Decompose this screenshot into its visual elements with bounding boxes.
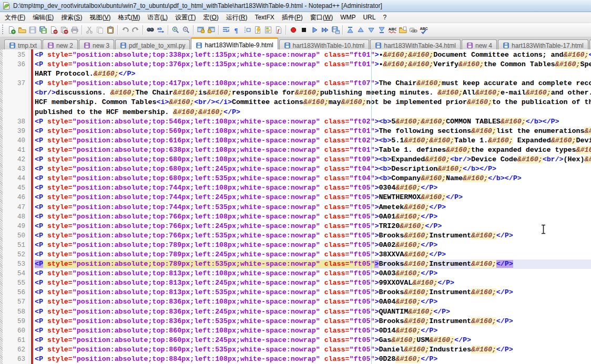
print-button[interactable] (69, 25, 80, 35)
cut-button[interactable] (84, 25, 95, 35)
doc-map-button[interactable] (263, 25, 273, 35)
code-line[interactable]: 47<P style="position:absolute;top:744px;… (0, 203, 591, 212)
code-text: <P style="position:absolute;top:860px;le… (35, 336, 591, 345)
word-wrap-button[interactable] (221, 25, 231, 35)
save-button[interactable] (27, 25, 38, 35)
code-line[interactable]: 36<P style="position:absolute;top:376px;… (0, 60, 591, 69)
toolbar-separator (218, 25, 219, 35)
nav-next-button[interactable] (366, 25, 376, 35)
nav-prev-button[interactable] (355, 25, 366, 35)
zoom-in-button[interactable] (170, 25, 181, 35)
line-number: 46 (0, 193, 35, 202)
zoom-out-button[interactable] (181, 25, 191, 35)
menu-item-macro[interactable]: 宏(O) (199, 12, 222, 23)
code-line[interactable]: 43<P style="position:absolute;top:680px;… (0, 164, 591, 174)
sync-v-scroll-button[interactable] (196, 25, 206, 35)
paste-button[interactable] (105, 25, 116, 35)
menu-item-help[interactable]: ? (379, 13, 390, 22)
code-line[interactable]: 40<P style="position:absolute;top:616px;… (0, 136, 591, 145)
macro-stop-button[interactable] (299, 25, 309, 35)
code-line[interactable]: 46<P style="position:absolute;top:744px;… (0, 193, 591, 202)
menu-item-run[interactable]: 运行(R) (222, 12, 251, 23)
menu-item-view[interactable]: 视图(V) (86, 12, 114, 23)
menu-item-edit[interactable]: 编辑(E) (29, 12, 57, 23)
macro-save-button[interactable] (330, 25, 341, 35)
function-list-button[interactable]: f (273, 25, 284, 35)
menu-item-file[interactable]: 文件(F) (1, 12, 29, 23)
macro-record-button[interactable] (288, 25, 299, 35)
code-line[interactable]: 39<P style="position:absolute;top:569px;… (0, 127, 591, 136)
indent-guide-button[interactable] (242, 25, 252, 35)
spell-check-dyn-button[interactable]: ABC (419, 25, 429, 35)
menu-item-language[interactable]: 语言(L) (144, 12, 171, 23)
code-line[interactable]: HART Protocol.&#160;</P> (0, 69, 591, 79)
menu-item-textfx[interactable]: TextFX (251, 13, 278, 22)
menu-item-settings[interactable]: 设置(T) (171, 12, 199, 23)
macro-multi-run-button[interactable] (320, 25, 330, 35)
code-line[interactable]: published to the HCF membership. &#160;&… (0, 108, 591, 117)
code-line[interactable]: 59<P style="position:absolute;top:836px;… (0, 317, 591, 326)
code-line[interactable]: 42<P style="position:absolute;top:680px;… (0, 155, 591, 164)
show-all-chars-button[interactable]: ¶ (231, 25, 242, 35)
code-line[interactable]: 38<P style="position:absolute;top:546px;… (0, 117, 591, 127)
code-line[interactable]: 37<P style="position:absolute;top:417px;… (0, 79, 591, 88)
sync-h-scroll-button[interactable] (206, 25, 217, 35)
quick-link-button[interactable] (408, 25, 419, 35)
replace-button[interactable]: ab (156, 25, 166, 35)
code-line[interactable]: 45<P style="position:absolute;top:744px;… (0, 183, 591, 193)
editor[interactable]: 35<P style="position:absolute;top:338px;… (0, 49, 591, 364)
spell-check-button[interactable]: ABC (387, 25, 398, 35)
code-text: HART Protocol.&#160;</P> (35, 69, 591, 79)
copy-button[interactable] (95, 25, 105, 35)
code-text: <P style="position:absolute;top:884px;le… (35, 355, 591, 364)
code-line[interactable]: 50<P style="position:absolute;top:766px;… (0, 231, 591, 241)
open-containing-folder-button[interactable] (398, 25, 408, 35)
menu-item-window[interactable]: 窗口(W) (307, 12, 337, 23)
menu-item-url[interactable]: URL (359, 13, 379, 22)
undo-button[interactable] (120, 25, 130, 35)
saved-doc-icon (120, 42, 127, 49)
menu-item-plugins[interactable]: 插件(P) (278, 12, 307, 23)
nav-first-button[interactable] (345, 25, 355, 35)
code-line[interactable]: 56<P style="position:absolute;top:813px;… (0, 288, 591, 297)
menu-item-format[interactable]: 格式(M) (114, 12, 144, 23)
code-line[interactable]: 54<P style="position:absolute;top:813px;… (0, 269, 591, 278)
code-line[interactable]: 55<P style="position:absolute;top:813px;… (0, 278, 591, 288)
redo-button[interactable] (130, 25, 141, 35)
open-button[interactable] (17, 25, 27, 35)
code-line[interactable]: 58<P style="position:absolute;top:836px;… (0, 307, 591, 317)
save-all-button[interactable] (38, 25, 48, 35)
code-line[interactable]: 57<P style="position:absolute;top:836px;… (0, 297, 591, 307)
find-button[interactable] (145, 25, 156, 35)
close-button[interactable] (48, 25, 59, 35)
close-all-button[interactable] (59, 25, 69, 35)
code-line[interactable]: HCF membership. Common Tables<i>&#160;<b… (0, 98, 591, 107)
toolbar-grip[interactable] (2, 25, 4, 35)
nav-last-button[interactable] (376, 25, 387, 35)
title-bar[interactable]: D:\tmp\tmp_dev_root\virutalbox\ubuntu\wi… (0, 0, 591, 12)
zoom-out-icon (182, 26, 190, 34)
code-line[interactable]: 41<P style="position:absolute;top:638px;… (0, 145, 591, 155)
line-number: 38 (0, 117, 35, 127)
menu-item-search[interactable]: 搜索(S) (57, 12, 86, 23)
new-file-button[interactable] (6, 25, 17, 35)
code-text: <P style="position:absolute;top:766px;le… (35, 222, 591, 231)
code-line[interactable]: 49<P style="position:absolute;top:766px;… (0, 222, 591, 231)
macro-play-button[interactable] (309, 25, 320, 35)
code-line[interactable]: 60<P style="position:absolute;top:860px;… (0, 326, 591, 336)
line-number: 52 (0, 250, 35, 259)
code-line[interactable]: 51<P style="position:absolute;top:789px;… (0, 241, 591, 250)
code-line[interactable]: <br/>discussions. &#160;The Chair&#160;i… (0, 88, 591, 98)
menu-item-wmp[interactable]: WMP (337, 13, 359, 22)
code-line[interactable]: 53<P style="position:absolute;top:789px;… (0, 259, 591, 269)
code-line[interactable]: 62<P style="position:absolute;top:860px;… (0, 345, 591, 355)
code-line[interactable]: 61<P style="position:absolute;top:860px;… (0, 336, 591, 345)
line-number: 50 (0, 231, 35, 241)
word-wrap-icon (222, 26, 230, 34)
function-completion-button[interactable] (252, 25, 263, 35)
code-line[interactable]: 48<P style="position:absolute;top:766px;… (0, 212, 591, 222)
code-line[interactable]: 52<P style="position:absolute;top:789px;… (0, 250, 591, 259)
code-line[interactable]: 35<P style="position:absolute;top:338px;… (0, 50, 591, 60)
code-line[interactable]: 63<P style="position:absolute;top:884px;… (0, 355, 591, 364)
code-line[interactable]: 44<P style="position:absolute;top:680px;… (0, 174, 591, 183)
